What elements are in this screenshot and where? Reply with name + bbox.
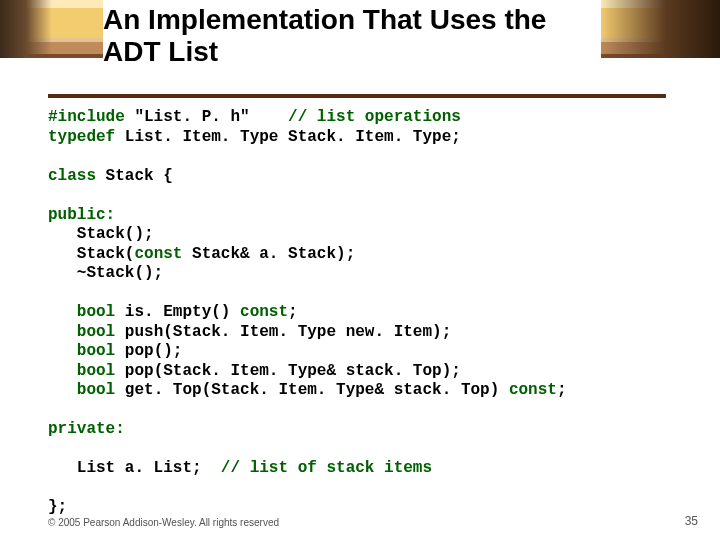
title-underline: [48, 94, 666, 98]
code-text: Stack();: [48, 225, 154, 243]
title-panel: An Implementation That Uses the ADT List: [103, 0, 601, 92]
code-keyword: const: [240, 303, 288, 321]
code-comment: // list of stack items: [221, 459, 432, 477]
code-text: Stack(: [48, 245, 134, 263]
code-text: pop(Stack. Item. Type& stack. Top);: [115, 362, 461, 380]
code-keyword: const: [509, 381, 557, 399]
code-text: };: [48, 498, 67, 516]
copyright-footer: © 2005 Pearson Addison-Wesley. All right…: [48, 517, 279, 528]
slide-title: An Implementation That Uses the ADT List: [103, 4, 601, 68]
code-keyword: private:: [48, 420, 125, 438]
code-keyword: const: [134, 245, 182, 263]
code-keyword: bool: [48, 303, 115, 321]
code-comment: // list operations: [288, 108, 461, 126]
code-keyword: bool: [48, 362, 115, 380]
band-corner-left: [0, 0, 52, 58]
code-keyword: #include: [48, 108, 125, 126]
code-keyword: typedef: [48, 128, 115, 146]
code-keyword: public:: [48, 206, 115, 224]
code-text: Stack {: [96, 167, 173, 185]
code-text: Stack& a. Stack);: [182, 245, 355, 263]
code-text: List. Item. Type Stack. Item. Type;: [115, 128, 461, 146]
code-block: #include "List. P. h" // list operations…: [48, 108, 688, 518]
slide-root: An Implementation That Uses the ADT List…: [0, 0, 720, 540]
page-number: 35: [685, 514, 698, 528]
code-text: ;: [288, 303, 298, 321]
code-text: get. Top(Stack. Item. Type& stack. Top): [115, 381, 509, 399]
code-keyword: bool: [48, 323, 115, 341]
code-text: pop();: [115, 342, 182, 360]
code-text: push(Stack. Item. Type new. Item);: [115, 323, 451, 341]
code-text: "List. P. h": [125, 108, 288, 126]
code-text: is. Empty(): [115, 303, 240, 321]
code-text: ;: [557, 381, 567, 399]
code-keyword: bool: [48, 342, 115, 360]
code-text: List a. List;: [48, 459, 221, 477]
code-keyword: class: [48, 167, 96, 185]
code-text: ~Stack();: [48, 264, 163, 282]
band-corner-right: [600, 0, 720, 58]
code-keyword: bool: [48, 381, 115, 399]
